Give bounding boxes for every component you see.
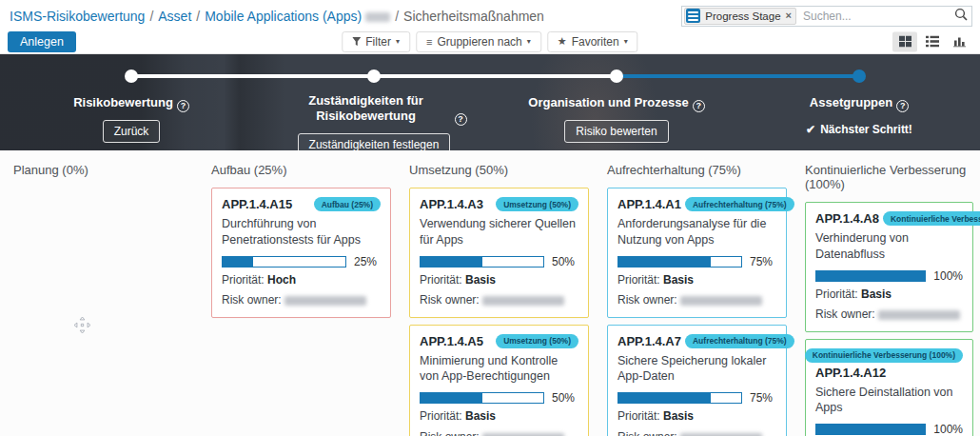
view-switcher — [892, 31, 972, 51]
kanban-card[interactable]: APP.1.4.A8Kontinuierliche Verbesserung (… — [805, 202, 973, 332]
stepper-step-zustaendigkeiten: Zuständigkeiten für Risikobewertung? Zus… — [260, 93, 488, 150]
facet-remove-icon[interactable]: × — [786, 10, 792, 21]
kanban-card[interactable]: APP.1.4.A15Aufbau (25%)Durchführung von … — [211, 188, 391, 318]
step-dot-3[interactable] — [610, 69, 623, 83]
progress-text: 50% — [552, 391, 578, 405]
breadcrumb-link-2[interactable]: Asset — [158, 9, 191, 24]
breadcrumb-link-1[interactable]: ISMS-Risikobewertung — [10, 9, 145, 24]
priority-field: Priorität: Basis — [815, 287, 963, 303]
progress-fill — [618, 393, 711, 403]
step-dot-4[interactable] — [853, 69, 866, 83]
priority-field: Priorität: Basis — [420, 272, 578, 288]
create-button[interactable]: Anlegen — [8, 31, 76, 52]
help-icon[interactable]: ? — [693, 100, 705, 112]
chevron-down-icon: ▾ — [624, 37, 628, 46]
search-input[interactable] — [801, 9, 952, 24]
stage-badge: Umsetzung (50%) — [496, 334, 578, 348]
progress-text: 50% — [552, 255, 578, 268]
list-view-button[interactable] — [920, 31, 945, 51]
star-icon: ★ — [558, 35, 567, 48]
priority-field: Priorität: Basis — [420, 408, 578, 425]
card-title: Verwendung sicherer Quellen für Apps — [420, 216, 578, 248]
redacted-owner-name — [680, 433, 762, 436]
risk-owner-field: Risk owner: — [617, 292, 776, 308]
help-icon[interactable]: ? — [896, 100, 909, 112]
kanban-card[interactable]: APP.1.4.A5Umsetzung (50%)Minimierung und… — [409, 325, 589, 436]
next-step-link[interactable]: ✔Nächster Schritt! — [745, 123, 973, 136]
bar-chart-icon — [953, 36, 967, 48]
step-dot-2[interactable] — [367, 69, 381, 83]
help-icon[interactable]: ? — [177, 100, 189, 112]
step-label: Zuständigkeiten für Risikobewertung — [282, 93, 451, 125]
kanban-column: Planung (0%) — [13, 163, 211, 436]
chart-view-button[interactable] — [948, 31, 972, 51]
progress-row: 75% — [617, 255, 776, 268]
stepper-line-current — [617, 74, 859, 78]
search-filters: Filter ▾ ≡ Gruppieren nach ▾ ★ Favoriten… — [342, 31, 637, 52]
kanban-card[interactable]: APP.1.4.A1Aufrechterhaltung (75%)Anforde… — [607, 188, 787, 318]
redacted-owner-name — [680, 296, 762, 306]
priority-field: Priorität: Basis — [617, 272, 776, 288]
column-title: Umsetzung (50%) — [409, 163, 607, 177]
progress-row: 100% — [815, 423, 963, 436]
stage-badge: Umsetzung (50%) — [496, 197, 578, 211]
redacted-owner-name — [482, 433, 564, 436]
kanban-column: Kontinuierliche Verbesserung (100%)APP.1… — [805, 163, 980, 436]
progress-bar — [815, 424, 926, 435]
kanban-card[interactable]: APP.1.4.A3Umsetzung (50%)Verwendung sich… — [409, 188, 589, 318]
priority-value: Hoch — [267, 273, 296, 287]
filter-button[interactable]: Filter ▾ — [342, 31, 410, 52]
progress-bar — [420, 392, 544, 404]
kanban-view-button[interactable] — [892, 31, 917, 51]
progress-text: 100% — [933, 269, 963, 283]
kanban-board: Planung (0%)Aufbau (25%)APP.1.4.A15Aufba… — [0, 150, 980, 436]
search-box[interactable]: Progress Stage × — [681, 6, 972, 27]
groupby-facet-icon — [686, 9, 700, 23]
step-dot-1[interactable] — [125, 69, 138, 83]
card-code: APP.1.4.A1 — [617, 197, 681, 211]
chevron-down-icon: ▾ — [527, 37, 531, 46]
list-icon — [926, 36, 939, 48]
help-icon[interactable]: ? — [455, 113, 467, 126]
breadcrumb-separator: / — [149, 9, 153, 24]
risk-owner-field: Risk owner: — [617, 429, 776, 436]
search-facet-label: Progress Stage — [705, 10, 780, 22]
risk-owner-field: Risk owner: — [420, 292, 578, 308]
priority-value: Basis — [465, 273, 496, 287]
step-label: Risikobewertung — [73, 95, 173, 110]
groupby-button[interactable]: ≡ Gruppieren nach ▾ — [416, 31, 541, 52]
kanban-card[interactable]: APP.1.4.A7Aufrechterhaltung (75%)Sichere… — [607, 325, 787, 436]
funnel-icon — [352, 37, 361, 47]
assess-risk-button[interactable]: Risiko bewerten — [564, 120, 668, 143]
progress-text: 100% — [933, 423, 963, 436]
back-button[interactable]: Zurück — [103, 120, 161, 143]
card-header: APP.1.4.A5Umsetzung (50%) — [420, 334, 578, 348]
card-header: APP.1.4.A8Kontinuierliche Verbesserung (… — [815, 211, 963, 226]
kanban-column: Aufbau (25%)APP.1.4.A15Aufbau (25%)Durch… — [211, 163, 409, 436]
card-code: APP.1.4.A3 — [420, 197, 483, 211]
priority-value: Basis — [465, 409, 496, 423]
kanban-card[interactable]: Kontinuierliche Verbesserung (100%)APP.1… — [805, 339, 973, 436]
breadcrumb-link-3[interactable]: Mobile Applications (Apps) — [205, 9, 362, 24]
risk-owner-field: Risk owner: — [222, 292, 381, 308]
column-title: Aufrechterhaltung (75%) — [607, 163, 805, 177]
priority-value: Basis — [663, 409, 694, 423]
stage-badge: Aufbau (25%) — [314, 197, 381, 211]
search-icon[interactable] — [954, 8, 968, 25]
priority-value: Basis — [861, 287, 892, 301]
redacted-owner-name — [878, 310, 960, 320]
card-code: APP.1.4.A8 — [815, 211, 879, 226]
redacted-asset-name — [365, 12, 390, 22]
progress-bar — [617, 256, 742, 268]
favorites-button[interactable]: ★ Favoriten ▾ — [547, 31, 638, 52]
column-title: Planung (0%) — [13, 163, 211, 177]
card-title: Durchführung von Penetrationstests für A… — [222, 216, 381, 248]
kanban-icon — [899, 36, 911, 48]
progress-row: 50% — [420, 391, 578, 405]
progress-bar — [815, 270, 926, 282]
assign-responsibilities-button[interactable]: Zuständigkeiten festlegen — [298, 133, 451, 150]
card-title: Sichere Speicherung lokaler App-Daten — [617, 353, 776, 386]
progress-row: 100% — [815, 269, 963, 283]
card-header: APP.1.4.A7Aufrechterhaltung (75%) — [617, 334, 776, 348]
card-header: APP.1.4.A3Umsetzung (50%) — [420, 197, 578, 211]
